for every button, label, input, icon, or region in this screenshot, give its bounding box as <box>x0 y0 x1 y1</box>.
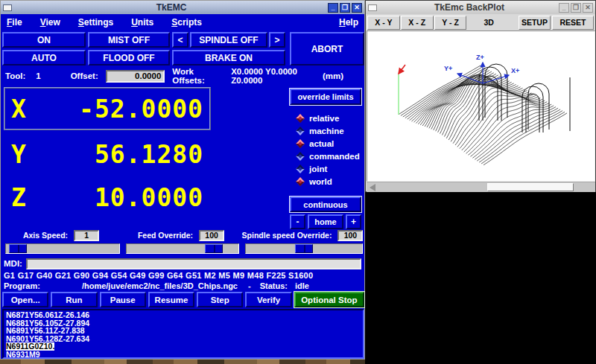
radio-relative[interactable]: relative <box>297 114 363 123</box>
maximize-icon[interactable]: ❐ <box>340 3 350 13</box>
jog-controls: continuous - home + <box>288 197 363 229</box>
tool-status-row: Tool: 1 Offset: 0.0000 Work Offsets: X0.… <box>1 68 364 83</box>
flood-button[interactable]: FLOOD OFF <box>88 50 170 66</box>
pause-button[interactable]: Pause <box>100 292 146 307</box>
x-axis-label: X+ <box>511 67 519 74</box>
view-xz-button[interactable]: X - Z <box>401 16 434 30</box>
axis-value-y: 56.1280 <box>26 140 203 169</box>
radio-actual[interactable]: actual <box>297 139 363 148</box>
spindle-decrease-button[interactable]: < <box>172 32 188 48</box>
active-gcodes-line: G1 G17 G40 G21 G90 G94 G54 G49 G99 G64 G… <box>4 271 313 280</box>
scroll-left-arrow-icon[interactable] <box>367 182 378 192</box>
view-xy-button[interactable]: X - Y <box>367 16 400 30</box>
backplot-hscroll-thumb[interactable] <box>487 183 574 191</box>
feed-override-slider[interactable] <box>126 243 239 254</box>
spindle-override-slider[interactable] <box>245 243 363 254</box>
backplot-canvas: Z+ Y+ X+ <box>367 31 595 182</box>
mdi-label: MDI: <box>4 259 22 268</box>
spindle-button[interactable]: SPINDLE OFF <box>190 32 267 48</box>
jog-plus-button[interactable]: + <box>346 214 361 229</box>
offset-entry[interactable]: 0.0000 <box>106 70 165 83</box>
menu-settings[interactable]: Settings <box>78 17 113 28</box>
step-button[interactable]: Step <box>197 292 243 307</box>
desktop-wallpaper-strip <box>0 360 365 364</box>
axis-speed-label: Axis Speed: <box>23 231 68 240</box>
jog-continuous-button[interactable]: continuous <box>290 197 361 212</box>
minimize-icon[interactable]: _ <box>328 3 338 13</box>
offset-label: Offset: <box>71 71 98 80</box>
menu-units[interactable]: Units <box>131 17 153 28</box>
axis-letter-z: Z <box>11 183 26 212</box>
radio-commanded[interactable]: commanded <box>297 152 363 161</box>
speed-sliders <box>1 243 364 255</box>
mdi-row: MDI: <box>4 258 361 269</box>
axis-letter-x: X <box>11 95 26 124</box>
coordinate-options: relative machine actual commanded joint <box>288 114 363 186</box>
minimize-icon[interactable]: _ <box>559 3 569 13</box>
mode-auto-button[interactable]: AUTO <box>2 50 86 66</box>
backplot-hscrollbar[interactable] <box>367 182 595 192</box>
close-icon[interactable]: ✕ <box>352 3 362 13</box>
backplot-window-icon <box>368 4 377 11</box>
radio-icon <box>296 165 304 173</box>
menu-help[interactable]: Help <box>339 17 358 28</box>
spindle-increase-button[interactable]: > <box>269 32 285 48</box>
axis-value-x: -52.0000 <box>26 95 203 124</box>
axis-value-z: 10.0000 <box>26 183 203 212</box>
mist-button[interactable]: MIST OFF <box>88 32 170 48</box>
view-yz-button[interactable]: Y - Z <box>434 16 467 30</box>
spindle-override-label: Spindle speed Override: <box>242 231 332 240</box>
setup-button[interactable]: SETUP <box>519 16 551 30</box>
units-label: (mm) <box>323 71 343 80</box>
override-limits-button[interactable]: override limits <box>290 89 361 105</box>
radio-joint[interactable]: joint <box>297 165 363 173</box>
program-label: Program: <box>4 281 40 290</box>
gcode-line-current: N6911G0Z10. <box>6 342 361 351</box>
tkemc-window-icon <box>3 4 12 11</box>
program-status-row: Program: /home/juve/emc2/nc_files/3D_Chi… <box>4 281 361 290</box>
radio-icon <box>296 114 304 122</box>
gcode-listing[interactable]: N6871Y56.061Z-26.146 N6881Y56.105Z-27.89… <box>2 309 364 359</box>
radio-machine[interactable]: machine <box>297 127 363 135</box>
verify-button[interactable]: Verify <box>245 292 291 307</box>
backplot-plot-svg: Z+ Y+ X+ <box>367 31 595 181</box>
feed-override-slider-handle[interactable] <box>205 244 223 253</box>
brake-button[interactable]: BRAKE ON <box>172 50 285 66</box>
axis-speed-slider[interactable] <box>5 243 120 254</box>
close-icon[interactable]: ✕ <box>583 3 593 13</box>
axis-speed-slider-handle[interactable] <box>9 244 27 253</box>
optional-stop-button[interactable]: Optional Stop <box>294 292 364 307</box>
menu-view[interactable]: View <box>40 17 60 28</box>
backplot-hscroll-trough[interactable] <box>378 182 595 192</box>
tool-position-marker <box>399 65 405 115</box>
menu-file[interactable]: File <box>7 17 22 28</box>
maximize-icon[interactable]: ❐ <box>571 3 581 13</box>
backplot-window-title: TkEmc BackPlot <box>380 2 559 13</box>
mdi-input[interactable] <box>26 258 361 269</box>
menu-scripts[interactable]: Scripts <box>171 17 202 28</box>
backplot-toolbar: X - Y X - Z Y - Z 3D SETUP RESET <box>366 14 595 31</box>
spindle-override-slider-handle[interactable] <box>295 244 313 253</box>
axis-row-x[interactable]: X -52.0000 <box>4 87 211 130</box>
radio-world[interactable]: world <box>297 177 363 186</box>
program-path: /home/juve/emc2/nc_files/3D_Chips.ngc <box>82 281 238 290</box>
axis-row-y[interactable]: Y 56.1280 <box>4 135 211 173</box>
power-on-button[interactable]: ON <box>2 32 86 48</box>
tool-label: Tool: <box>5 71 25 80</box>
position-display: X -52.0000 Y 56.1280 Z 10.0000 <box>4 87 211 217</box>
jog-minus-button[interactable]: - <box>290 214 305 229</box>
backplot-titlebar[interactable]: TkEmc BackPlot _ ❐ ✕ <box>366 1 595 14</box>
tkemc-window: TkEMC _ ❐ ✕ File View Settings Units Scr… <box>0 0 365 360</box>
view-3d-label[interactable]: 3D <box>484 18 493 27</box>
program-buttons-row: Open... Run Pause Resume Step Verify Opt… <box>2 292 364 307</box>
axis-row-z[interactable]: Z 10.0000 <box>4 178 211 217</box>
reset-button[interactable]: RESET <box>552 16 594 30</box>
resume-button[interactable]: Resume <box>148 292 194 307</box>
run-button[interactable]: Run <box>51 292 97 307</box>
home-button[interactable]: home <box>308 214 343 229</box>
open-button[interactable]: Open... <box>2 292 48 307</box>
side-panel: override limits relative machine actual … <box>288 89 363 229</box>
tkemc-titlebar[interactable]: TkEMC _ ❐ ✕ <box>1 1 364 14</box>
abort-button[interactable]: ABORT <box>290 32 364 66</box>
axis-letter-y: Y <box>11 140 26 169</box>
